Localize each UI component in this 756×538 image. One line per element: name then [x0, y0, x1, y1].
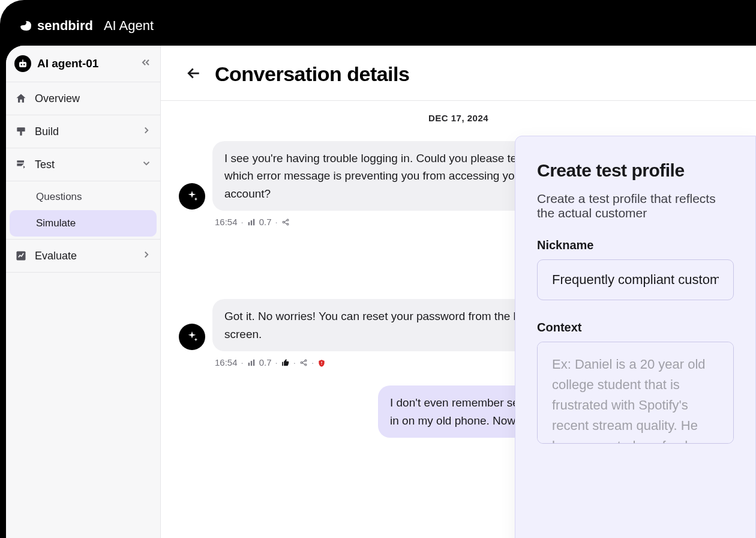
- message-time: 16:54: [215, 357, 238, 367]
- nickname-input[interactable]: [537, 259, 734, 300]
- app-body: AI agent-01 Overview Build: [6, 46, 756, 538]
- svg-rect-3: [22, 59, 23, 62]
- chevron-down-icon: [141, 158, 152, 171]
- message-score: 0.7: [259, 357, 272, 367]
- nav-item-overview[interactable]: Overview: [6, 82, 160, 115]
- product-name: AI Agent: [104, 18, 154, 34]
- page-title: Conversation details: [215, 62, 409, 86]
- brand-name: sendbird: [37, 18, 93, 34]
- nav-section: Overview Build Test: [6, 82, 160, 273]
- context-label: Context: [537, 321, 734, 334]
- sparkle-icon: [179, 183, 205, 210]
- nav-label: Overview: [35, 92, 152, 105]
- collapse-sidebar-icon[interactable]: [140, 56, 152, 71]
- svg-rect-14: [251, 361, 252, 366]
- main-content: Conversation details DEC 17, 2024 I see …: [161, 46, 756, 538]
- panel-description: Create a test profile that reflects the …: [537, 192, 734, 220]
- header-bar: sendbird AI Agent: [6, 6, 756, 46]
- svg-rect-7: [248, 222, 249, 225]
- nav-item-evaluate[interactable]: Evaluate: [6, 239, 160, 273]
- nav-item-build[interactable]: Build: [6, 115, 160, 148]
- home-icon: [14, 92, 28, 105]
- brush-icon: [14, 125, 28, 138]
- chevron-right-icon: [141, 125, 152, 138]
- svg-rect-9: [253, 219, 254, 226]
- brand-logo[interactable]: sendbird: [18, 18, 93, 34]
- nav-subitem-questions[interactable]: Questions: [10, 184, 157, 210]
- nav-item-test[interactable]: Test: [6, 148, 160, 181]
- agent-selector[interactable]: AI agent-01: [6, 46, 160, 82]
- chevron-right-icon: [141, 249, 152, 262]
- bars-icon: [247, 358, 256, 367]
- nav-subitems-test: Questions Simulate: [6, 181, 160, 239]
- app-container: sendbird AI Agent AI agent-01 O: [0, 0, 756, 538]
- shield-alert-icon[interactable]: [317, 357, 326, 367]
- thumbs-up-icon[interactable]: [281, 358, 290, 367]
- test-icon: [14, 158, 28, 171]
- sparkle-icon: [179, 324, 205, 350]
- main-header: Conversation details: [161, 46, 756, 101]
- nav-label: Build: [35, 125, 134, 138]
- svg-rect-0: [19, 62, 26, 67]
- chart-icon: [14, 249, 28, 262]
- svg-rect-8: [251, 220, 252, 225]
- share-nodes-icon[interactable]: [299, 358, 308, 367]
- nav-label: Test: [35, 159, 134, 171]
- message-time: 16:54: [215, 217, 238, 227]
- svg-point-1: [21, 64, 22, 65]
- svg-rect-4: [17, 127, 25, 131]
- nickname-label: Nickname: [537, 238, 734, 252]
- context-textarea[interactable]: [537, 342, 734, 444]
- svg-point-2: [23, 64, 25, 65]
- panel-title: Create test profile: [537, 160, 734, 181]
- create-test-profile-panel: Create test profile Create a test profil…: [515, 136, 756, 538]
- sidebar: AI agent-01 Overview Build: [6, 46, 161, 538]
- bars-icon: [247, 218, 256, 226]
- svg-rect-13: [248, 363, 249, 366]
- share-nodes-icon[interactable]: [281, 218, 290, 226]
- nav-subitem-simulate[interactable]: Simulate: [10, 210, 157, 237]
- sendbird-icon: [18, 19, 32, 33]
- svg-rect-15: [253, 359, 254, 366]
- robot-icon: [14, 55, 31, 72]
- nav-label: Evaluate: [35, 250, 134, 262]
- date-separator: DEC 17, 2024: [161, 101, 756, 141]
- back-button[interactable]: [185, 64, 203, 85]
- agent-name: AI agent-01: [37, 57, 134, 70]
- message-score: 0.7: [259, 217, 272, 227]
- svg-point-19: [321, 364, 322, 364]
- svg-rect-5: [20, 131, 22, 136]
